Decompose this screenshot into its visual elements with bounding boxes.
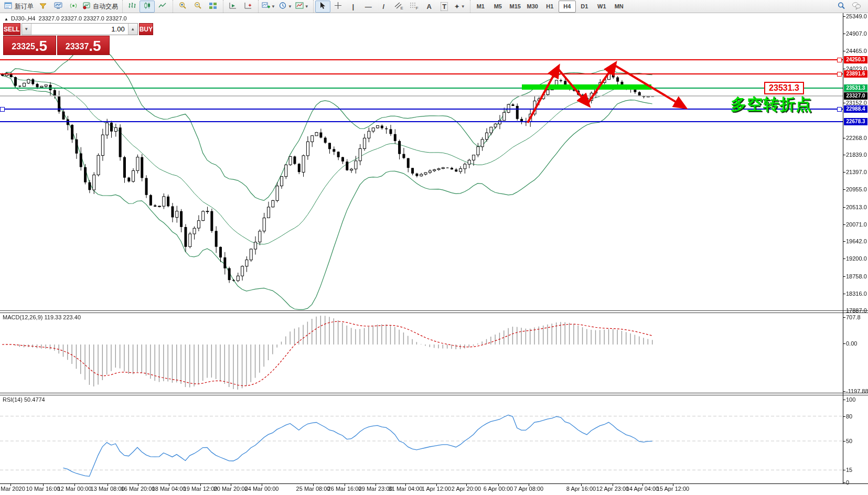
- price-tick-label: 21839.0: [846, 152, 867, 158]
- rsi-axis-label: 15: [846, 467, 852, 473]
- time-label: 13 Mar 08:00: [91, 486, 125, 492]
- price-tick-label: 18316.0: [846, 290, 867, 297]
- volume-increase-button[interactable]: ▲: [128, 24, 137, 35]
- rsi-header: RSI(14) 50.4774: [3, 396, 45, 403]
- price-axis-border: [843, 13, 843, 483]
- price-tick-label: 21397.0: [846, 169, 867, 175]
- price-tag-22678.3: 22678.3: [844, 118, 867, 125]
- volume-input[interactable]: [31, 24, 128, 35]
- time-label: 6 Apr 00:00: [484, 486, 513, 492]
- chart-canvas[interactable]: [0, 0, 868, 495]
- time-label: 15 Apr 12:00: [657, 486, 689, 492]
- time-label: 9 Mar 2020: [0, 486, 25, 492]
- ohlc-values: 23327.0 23327.0 23327.0 23327.0: [39, 15, 127, 21]
- buy-button[interactable]: BUY: [139, 23, 153, 35]
- buy-price-panel[interactable]: 23337 .5: [57, 36, 110, 55]
- time-label: 1 Apr 12:00: [422, 486, 451, 492]
- macd-axis-label: 707.8: [846, 314, 861, 320]
- collapse-icon[interactable]: ▲: [4, 17, 8, 21]
- price-tag-23531.3: 23531.3: [844, 84, 867, 92]
- rsi-axis-label: 100: [846, 396, 855, 403]
- price-tick-label: 19642.0: [846, 238, 867, 244]
- volume-spinner: ▼ ▲: [22, 23, 138, 35]
- level-line-24250.3[interactable]: [0, 59, 843, 60]
- price-tick-label: 20513.0: [846, 204, 867, 210]
- mt4-terminal: 新订单 自动交易: [0, 0, 868, 495]
- price-tick-label: 23152.0: [846, 100, 867, 106]
- macd-title: MACD(12,26,9): [3, 314, 42, 320]
- ask-price-fraction: .5: [89, 39, 101, 53]
- rsi-title: RSI(14): [3, 396, 23, 403]
- one-click-trading-panel: SELL ▼ ▲ BUY 23325 .5 23337 .5: [3, 23, 110, 55]
- level-line-23531.3[interactable]: [0, 88, 843, 89]
- price-tick-label: 24465.0: [846, 48, 867, 54]
- time-label: 12 Apr 23:00: [596, 486, 629, 492]
- macd-axis-label: 0.00: [846, 340, 857, 347]
- time-label: 29 Mar 23:00: [359, 486, 393, 492]
- time-label: 2 Apr 20:00: [452, 486, 481, 492]
- rsi-axis-label: 80: [846, 413, 852, 419]
- time-label: 24 Mar 00:00: [245, 486, 279, 492]
- time-label: 25 Mar 08:00: [296, 486, 330, 492]
- price-tick-label: 24907.0: [846, 30, 867, 37]
- time-label: 31 Mar 04:00: [389, 486, 423, 492]
- macd-axis-label: -1197.88: [846, 388, 868, 394]
- macd-header: MACD(12,26,9) 119.33 223.40: [3, 314, 81, 320]
- volume-decrease-button[interactable]: ▼: [22, 24, 31, 35]
- time-label: 8 Apr 16:00: [566, 486, 596, 492]
- symbol-period-label: DJ30-,H4: [11, 15, 35, 21]
- price-tick-label: 20071.0: [846, 221, 867, 228]
- bid-price: 23325: [12, 40, 35, 53]
- line-anchor[interactable]: [837, 72, 842, 77]
- time-label: 19 Mar 12:00: [184, 486, 218, 492]
- price-tick-label: 18758.0: [846, 273, 867, 279]
- time-label: 14 Apr 04:00: [626, 486, 659, 492]
- time-label: 7 Apr 08:00: [514, 486, 543, 492]
- rsi-pane-separator[interactable]: [0, 393, 868, 395]
- price-tag-22988.4: 22988.4: [844, 105, 867, 113]
- time-label: 12 Mar 00:00: [58, 486, 92, 492]
- rsi-axis-label: 0: [846, 479, 849, 486]
- price-tag-23891.6: 23891.6: [844, 70, 867, 78]
- time-label: 26 Mar 16:00: [328, 486, 362, 492]
- line-anchor[interactable]: [837, 58, 842, 62]
- price-tick-label: 20955.0: [846, 186, 867, 192]
- price-tag-23327.0: 23327.0: [844, 92, 867, 100]
- rsi-axis-label: 50: [846, 438, 852, 444]
- time-label: 10 Mar 16:00: [26, 486, 60, 492]
- time-axis-line: [0, 483, 868, 484]
- sell-price-panel[interactable]: 23325 .5: [3, 36, 56, 55]
- ask-price: 23337: [66, 40, 89, 53]
- price-level-box[interactable]: 23531.3: [764, 82, 804, 94]
- sell-button[interactable]: SELL: [3, 23, 20, 35]
- time-label: 16 Mar 20:00: [121, 486, 155, 492]
- price-tick-label: 22268.0: [846, 135, 867, 141]
- bid-price-fraction: .5: [35, 39, 47, 53]
- chart-ohlc-header: ▲DJ30-,H4 23327.0 23327.0 23327.0 23327.…: [4, 15, 127, 21]
- support-zone[interactable]: [522, 84, 651, 90]
- level-line-22988.4[interactable]: [0, 109, 843, 110]
- price-tick-label: 25349.0: [846, 13, 867, 19]
- time-label: 18 Mar 04:00: [152, 486, 186, 492]
- level-line-23327[interactable]: [0, 95, 843, 96]
- time-label: 20 Mar 20:00: [214, 486, 248, 492]
- price-tick-label: 17887.0: [846, 307, 867, 314]
- level-line-22678.3[interactable]: [0, 121, 843, 122]
- level-line-23891.6[interactable]: [0, 73, 843, 74]
- turning-point-text[interactable]: 多空转折点: [731, 94, 812, 115]
- macd-values: 119.33 223.40: [44, 314, 81, 320]
- line-anchor[interactable]: [837, 107, 842, 112]
- line-anchor[interactable]: [0, 107, 5, 112]
- price-tick-label: 19200.0: [846, 255, 867, 262]
- price-tag-24250.3: 24250.3: [844, 56, 867, 63]
- macd-pane-separator[interactable]: [0, 310, 868, 313]
- rsi-value: 50.4774: [24, 396, 45, 403]
